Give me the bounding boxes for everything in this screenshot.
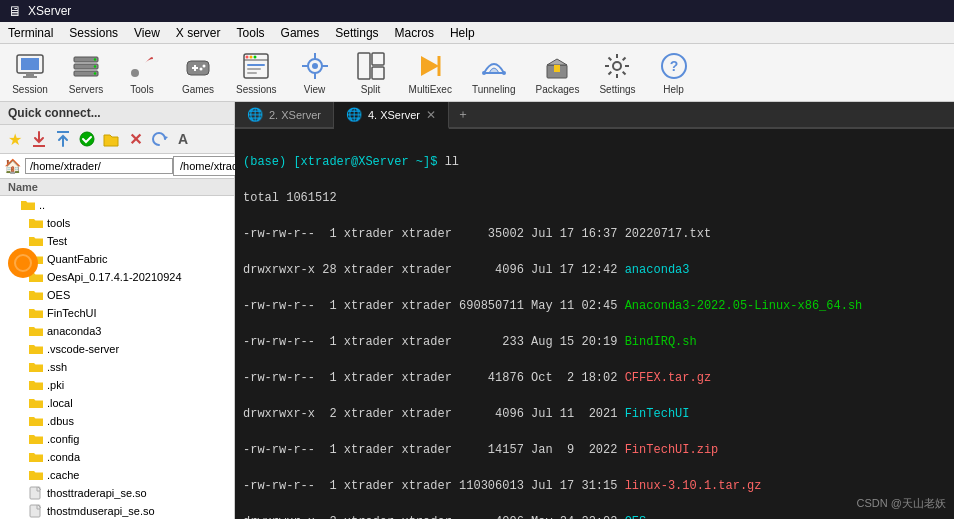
tree-item-pki[interactable]: .pki — [0, 376, 234, 394]
svg-point-8 — [94, 65, 96, 67]
servers-icon — [70, 50, 102, 82]
tree-item-thostmduserapi[interactable]: thostmduserapi_se.so — [0, 502, 234, 519]
tree-item-label: .local — [47, 397, 73, 409]
split-button[interactable]: Split — [349, 48, 393, 97]
home-icon: 🏠 — [4, 158, 21, 174]
tree-item-thosttraderapi[interactable]: thosttraderapi_se.so — [0, 484, 234, 502]
refresh-button[interactable] — [148, 128, 170, 150]
main-area: Quick connect... ★ ✕ — [0, 102, 954, 519]
tree-item-local[interactable]: .local — [0, 394, 234, 412]
watermark: CSDN @天山老妖 — [857, 496, 946, 511]
tree-item-fintechui[interactable]: FinTechUI — [0, 304, 234, 322]
multiexec-label: MultiExec — [409, 84, 452, 95]
folder-icon — [28, 395, 44, 411]
terminal-line: -rw-rw-r-- 1 xtrader xtrader 110306013 J… — [243, 477, 946, 495]
servers-button[interactable]: Servers — [64, 48, 108, 97]
menubar-item-tools[interactable]: Tools — [229, 24, 273, 42]
multiexec-button[interactable]: MultiExec — [405, 48, 456, 97]
tunneling-button[interactable]: Tunneling — [468, 48, 520, 97]
tree-item-label: .config — [47, 433, 79, 445]
menubar-item-terminal[interactable]: Terminal — [0, 24, 61, 42]
path-input[interactable] — [25, 158, 173, 174]
tree-item-label: OES — [47, 289, 70, 301]
menubar-item-settings[interactable]: Settings — [327, 24, 386, 42]
svg-marker-39 — [547, 59, 567, 65]
svg-rect-32 — [372, 67, 384, 79]
tree-item-label: thostmduserapi_se.so — [47, 505, 155, 517]
folder-icon — [28, 467, 44, 483]
connect-button[interactable] — [76, 128, 98, 150]
left-toolbar: ★ ✕ A — [0, 125, 234, 154]
tunneling-label: Tunneling — [472, 84, 516, 95]
tab-close-button[interactable]: ✕ — [426, 108, 436, 122]
split-icon — [355, 50, 387, 82]
tree-item-parent[interactable]: .. — [0, 196, 234, 214]
tree-item-config[interactable]: .config — [0, 430, 234, 448]
tree-item-anaconda3[interactable]: anaconda3 — [0, 322, 234, 340]
svg-point-18 — [246, 56, 249, 59]
tab-2-xserver[interactable]: 🌐 2. XServer — [235, 102, 334, 127]
delete-button[interactable]: ✕ — [124, 128, 146, 150]
tree-item-vscode-server[interactable]: .vscode-server — [0, 340, 234, 358]
tree-item-ssh[interactable]: .ssh — [0, 358, 234, 376]
tab-4-xserver[interactable]: 🌐 4. XServer ✕ — [334, 102, 449, 129]
menubar-item-sessions[interactable]: Sessions — [61, 24, 126, 42]
file-tree[interactable]: .. tools — [0, 196, 234, 519]
titlebar: 🖥 XServer — [0, 0, 954, 22]
menubar-item-help[interactable]: Help — [442, 24, 483, 42]
menubar-item-games[interactable]: Games — [273, 24, 328, 42]
download-button[interactable] — [28, 128, 50, 150]
svg-point-14 — [203, 65, 206, 68]
packages-label: Packages — [536, 84, 580, 95]
svg-point-20 — [254, 56, 257, 59]
folder-icon — [28, 377, 44, 393]
svg-rect-22 — [247, 68, 261, 70]
upload-button[interactable] — [52, 128, 74, 150]
menubar-item-view[interactable]: View — [126, 24, 168, 42]
tools-button[interactable]: Tools — [120, 48, 164, 97]
tab-label: 2. XServer — [269, 109, 321, 121]
add-tab-button[interactable]: ＋ — [449, 102, 477, 127]
svg-point-7 — [94, 58, 96, 60]
terminal-output[interactable]: (base) [xtrader@XServer ~]$ ll total 106… — [235, 129, 954, 519]
multiexec-icon — [414, 50, 446, 82]
font-button[interactable]: A — [172, 128, 194, 150]
tree-item-oes[interactable]: OES — [0, 286, 234, 304]
packages-button[interactable]: Packages — [532, 48, 584, 97]
svg-line-49 — [609, 72, 612, 75]
terminal-line: -rw-rw-r-- 1 xtrader xtrader 41876 Oct 2… — [243, 369, 946, 387]
session-button[interactable]: Session — [8, 48, 52, 97]
terminal-line: total 1061512 — [243, 189, 946, 207]
new-folder-button[interactable] — [100, 128, 122, 150]
menubar-item-macros[interactable]: Macros — [387, 24, 442, 42]
sessions-button[interactable]: Sessions — [232, 48, 281, 97]
menubar-item-x server[interactable]: X server — [168, 24, 229, 42]
tree-item-cache[interactable]: .cache — [0, 466, 234, 484]
svg-rect-56 — [30, 487, 40, 499]
folder-icon — [20, 197, 36, 213]
games-button[interactable]: Games — [176, 48, 220, 97]
tunneling-icon — [478, 50, 510, 82]
tree-item-label: QuantFabric — [47, 253, 108, 265]
svg-point-37 — [502, 71, 506, 75]
tree-item-label: .conda — [47, 451, 80, 463]
view-button[interactable]: View — [293, 48, 337, 97]
svg-rect-1 — [21, 58, 39, 70]
folder-icon — [28, 233, 44, 249]
tree-item-test-folder[interactable]: Test — [0, 232, 234, 250]
terminal-line: drwxrwxr-x 28 xtrader xtrader 4096 Jul 1… — [243, 261, 946, 279]
servers-label: Servers — [69, 84, 103, 95]
tree-item-label: Test — [47, 235, 67, 247]
settings-button[interactable]: Settings — [595, 48, 639, 97]
tree-item-label: thosttraderapi_se.so — [47, 487, 147, 499]
tree-item-tools[interactable]: tools — [0, 214, 234, 232]
tree-item-label: .ssh — [47, 361, 67, 373]
games-icon — [182, 50, 214, 82]
help-button[interactable]: ? Help — [652, 48, 696, 97]
bookmark-button[interactable]: ★ — [4, 128, 26, 150]
games-label: Games — [182, 84, 214, 95]
folder-icon — [28, 449, 44, 465]
tree-item-conda[interactable]: .conda — [0, 448, 234, 466]
svg-point-9 — [94, 72, 96, 74]
tree-item-dbus[interactable]: .dbus — [0, 412, 234, 430]
